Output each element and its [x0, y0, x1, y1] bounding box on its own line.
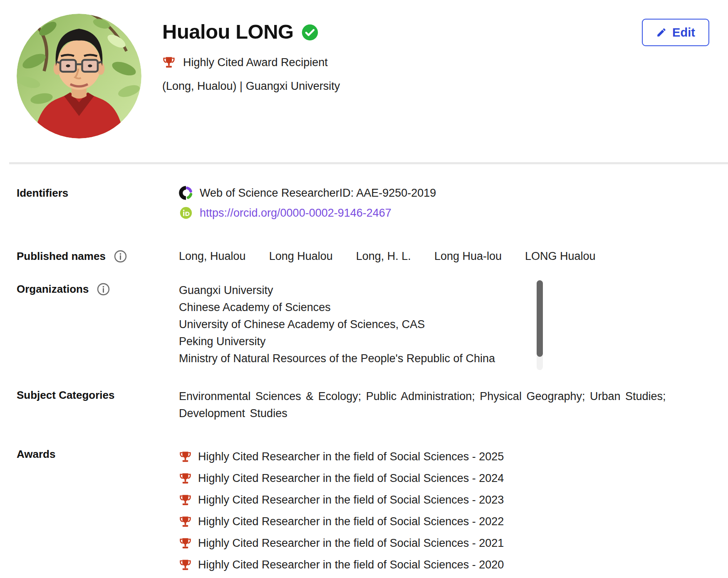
identifiers-section: Identifiers Web of Science ResearcherID:… [17, 186, 728, 226]
scrollbar-track[interactable] [537, 280, 543, 370]
organizations-label: Organizations [17, 283, 89, 296]
header-main: Hualou LONG Highly Cited Award Recipient… [162, 20, 340, 93]
award-item: Highly Cited Researcher in the field of … [179, 490, 728, 510]
awards-label: Awards [17, 447, 179, 461]
wos-researcher-id: Web of Science ResearcherID: AAE-9250-20… [200, 187, 436, 200]
trophy-icon [179, 537, 192, 550]
info-icon[interactable] [114, 250, 127, 263]
profile-header: Hualou LONG Highly Cited Award Recipient… [0, 0, 728, 162]
identifiers-label: Identifiers [17, 186, 179, 200]
award-text: Highly Cited Researcher in the field of … [198, 494, 504, 506]
award-item: Highly Cited Researcher in the field of … [179, 469, 728, 488]
subject-categories-value: Environmental Sciences & Ecology; Public… [179, 388, 695, 422]
award-item: Highly Cited Researcher in the field of … [179, 534, 728, 553]
published-names-label: Published names [17, 250, 106, 263]
avatar-illustration [17, 14, 141, 138]
web-of-science-icon [179, 186, 193, 200]
award-item: Highly Cited Researcher in the field of … [179, 512, 728, 531]
trophy-icon [162, 56, 176, 69]
published-name: Long, H. L. [356, 250, 411, 263]
published-name: Long Hua-lou [434, 250, 502, 263]
subject-categories-label: Subject Categories [17, 388, 179, 402]
award-item: Highly Cited Researcher in the field of … [179, 555, 728, 575]
award-text: Highly Cited Researcher in the field of … [198, 537, 504, 550]
page-title: Hualou LONG [162, 20, 294, 43]
edit-button[interactable]: Edit [642, 19, 709, 46]
organizations-section: Organizations Guangxi University Chinese… [17, 282, 728, 367]
pencil-icon [656, 27, 667, 38]
organization-item: Ministry of Natural Resources of the Peo… [179, 350, 524, 367]
organization-item: University of Chinese Academy of Science… [179, 316, 524, 333]
edit-button-label: Edit [672, 26, 695, 40]
award-text: Highly Cited Researcher in the field of … [198, 450, 504, 463]
award-text: Highly Cited Researcher in the field of … [198, 515, 504, 528]
wos-researcher-id-row: Web of Science ResearcherID: AAE-9250-20… [179, 186, 728, 200]
organization-item: Guangxi University [179, 282, 524, 299]
orcid-row: https://orcid.org/0000-0002-9146-2467 [179, 206, 728, 220]
verified-check-icon [301, 24, 319, 41]
awards-section: Awards Highly Cited Researcher in the fi… [17, 447, 728, 578]
profile-subtitle: (Long, Hualou) | Guangxi University [162, 80, 340, 93]
avatar [17, 14, 141, 138]
profile-details: Identifiers Web of Science ResearcherID:… [0, 164, 728, 578]
published-names-list: Long, Hualou Long Hualou Long, H. L. Lon… [179, 249, 728, 263]
award-text: Highly Cited Researcher in the field of … [198, 472, 504, 485]
organizations-list: Guangxi University Chinese Academy of Sc… [179, 282, 524, 367]
scrollbar-thumb[interactable] [537, 280, 543, 357]
published-name: LONG Hualou [525, 250, 596, 263]
organization-item: Chinese Academy of Sciences [179, 299, 524, 316]
orcid-link[interactable]: https://orcid.org/0000-0002-9146-2467 [200, 207, 391, 220]
subject-categories-section: Subject Categories Environmental Science… [17, 388, 728, 422]
organization-item: Peking University [179, 333, 524, 350]
published-names-section: Published names Long, Hualou Long Hualou… [17, 249, 728, 263]
published-name: Long Hualou [269, 250, 333, 263]
info-icon[interactable] [97, 283, 110, 296]
trophy-icon [179, 515, 192, 528]
award-item: Highly Cited Researcher in the field of … [179, 447, 728, 467]
trophy-icon [179, 558, 192, 571]
trophy-icon [179, 450, 192, 463]
award-banner: Highly Cited Award Recipient [183, 56, 328, 69]
published-name: Long, Hualou [179, 250, 246, 263]
trophy-icon [179, 494, 192, 506]
trophy-icon [179, 472, 192, 485]
organizations-scroll-area[interactable]: Guangxi University Chinese Academy of Sc… [179, 282, 543, 367]
award-text: Highly Cited Researcher in the field of … [198, 558, 504, 571]
awards-list: Highly Cited Researcher in the field of … [179, 447, 728, 578]
orcid-icon [179, 206, 193, 220]
researcher-profile-page: Hualou LONG Highly Cited Award Recipient… [0, 0, 728, 578]
